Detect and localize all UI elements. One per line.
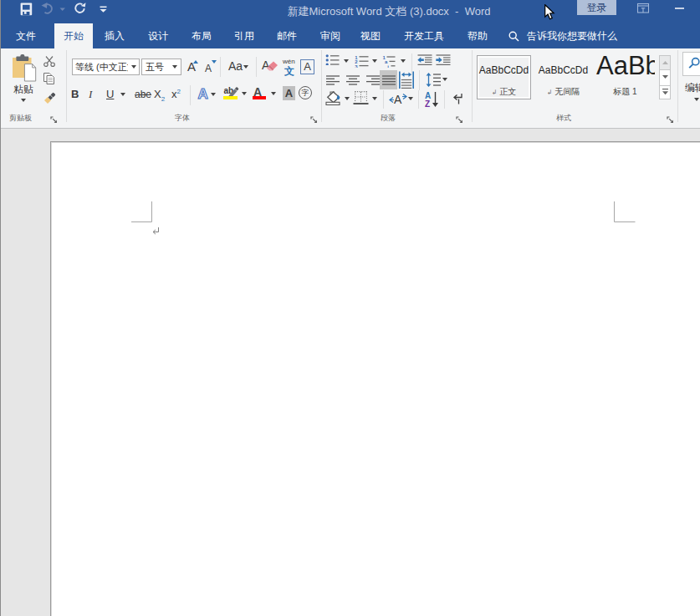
svg-text:i: i (387, 64, 389, 69)
svg-text:3: 3 (355, 64, 358, 69)
svg-text:A: A (198, 86, 208, 100)
svg-text:Z: Z (425, 99, 430, 108)
svg-text:A: A (394, 93, 402, 106)
